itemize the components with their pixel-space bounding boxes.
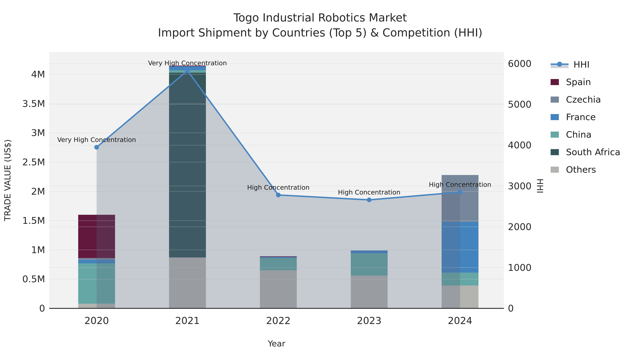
y-axis-right-title: HHI	[535, 179, 545, 193]
y-right-tick-0: 0	[508, 303, 514, 314]
legend-swatch-czechia	[550, 96, 559, 103]
legend-label: South Africa	[566, 147, 620, 157]
chart-title-line2: Import Shipment by Countries (Top 5) & C…	[158, 26, 482, 39]
annotation-2022: High Concentration	[247, 184, 310, 191]
y-left-tick-1M: 1M	[31, 245, 45, 255]
x-tick-2021: 2021	[175, 315, 200, 326]
legend-label: France	[566, 112, 596, 122]
hhi-marker-2024	[458, 190, 462, 195]
legend: HHISpainCzechiaFranceChinaSouth AfricaOt…	[550, 56, 620, 178]
legend-label: Czechia	[566, 94, 601, 105]
legend-label: Spain	[566, 77, 591, 87]
y-right-tick-4000: 4000	[508, 140, 532, 150]
legend-label: Others	[566, 164, 596, 175]
legend-swatch-spain	[550, 79, 559, 85]
hhi-marker-2020	[94, 145, 99, 150]
hhi-marker-2021	[185, 68, 190, 73]
legend-label: HHI	[574, 59, 590, 70]
annotation-2021: Very High Concentration	[148, 59, 227, 67]
legend-hhi-line-icon	[550, 61, 568, 68]
y-left-tick-0: 0	[39, 303, 45, 314]
legend-swatch-south-africa	[550, 149, 559, 155]
annotation-2023: High Concentration	[338, 189, 400, 196]
annotation-2020: Very High Concentration	[57, 136, 136, 143]
y-right-tick-1000: 1000	[508, 262, 532, 273]
legend-item-china: China	[550, 126, 620, 143]
y-right-tick-3000: 3000	[508, 181, 532, 191]
x-tick-2024: 2024	[448, 315, 472, 326]
annotation-2024: High Concentration	[429, 181, 491, 188]
legend-label: China	[566, 129, 592, 140]
hhi-marker-2022	[276, 193, 281, 197]
y-left-tick-2M: 2M	[31, 186, 45, 197]
legend-item-spain: Spain	[550, 73, 620, 91]
y-left-tick-3.5M: 3.5M	[22, 98, 45, 109]
x-tick-2023: 2023	[357, 315, 382, 326]
y-left-tick-3M: 3M	[31, 127, 45, 138]
chart-canvas: Very High ConcentrationVery High Concent…	[0, 0, 644, 362]
y-right-tick-5000: 5000	[508, 99, 532, 110]
legend-hhi-dot	[557, 62, 562, 67]
y-left-tick-0.5M: 0.5M	[22, 274, 45, 284]
legend-item-france: France	[550, 108, 620, 126]
x-axis-title: Year	[268, 339, 285, 349]
y-left-tick-2.5M: 2.5M	[22, 157, 45, 167]
y-right-tick-2000: 2000	[508, 222, 532, 232]
y-left-tick-4M: 4M	[31, 69, 45, 80]
legend-item-others: Others	[550, 161, 620, 178]
legend-item-czechia: Czechia	[550, 91, 620, 108]
legend-item-hhi: HHI	[550, 56, 620, 73]
hhi-marker-2023	[367, 198, 372, 202]
legend-swatch-china	[550, 132, 559, 138]
legend-swatch-others	[550, 167, 559, 173]
chart-title-line1: Togo Industrial Robotics Market	[233, 11, 407, 24]
legend-swatch-france	[550, 114, 559, 120]
x-tick-2022: 2022	[266, 315, 290, 326]
y-right-tick-6000: 6000	[508, 58, 532, 69]
y-left-tick-1.5M: 1.5M	[22, 215, 45, 226]
x-tick-2020: 2020	[84, 315, 109, 326]
y-axis-left-title: TRADE VALUE (US$)	[3, 139, 12, 221]
figure: Very High ConcentrationVery High Concent…	[0, 0, 644, 362]
legend-item-south-africa: South Africa	[550, 143, 620, 161]
